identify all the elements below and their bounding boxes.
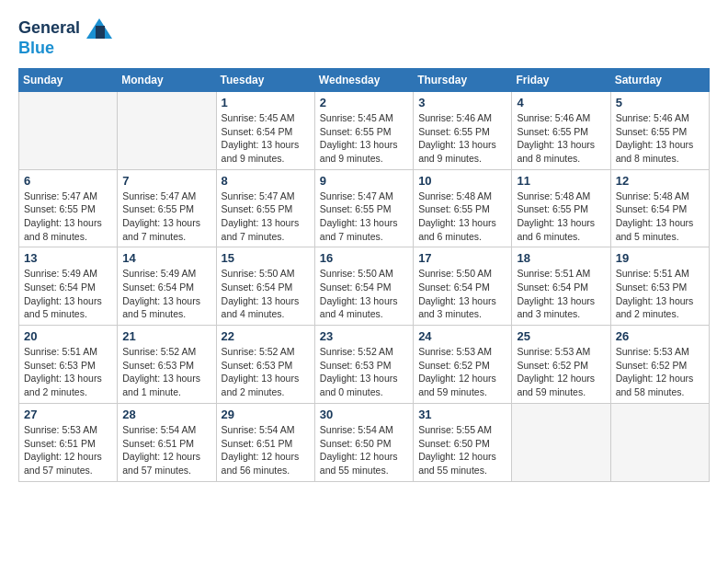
day-number: 20 [24,329,112,343]
day-info: Sunrise: 5:51 AMSunset: 6:53 PMDaylight:… [24,345,112,399]
day-number: 9 [320,174,408,188]
calendar-cell: 12Sunrise: 5:48 AMSunset: 6:54 PMDayligh… [610,169,709,247]
calendar-cell: 26Sunrise: 5:53 AMSunset: 6:52 PMDayligh… [610,326,709,404]
day-number: 15 [222,251,310,265]
day-info: Sunrise: 5:55 AMSunset: 6:50 PMDaylight:… [418,423,506,477]
day-number: 29 [222,408,310,421]
calendar-cell: 28Sunrise: 5:54 AMSunset: 6:51 PMDayligh… [118,403,216,481]
calendar-week-2: 6Sunrise: 5:47 AMSunset: 6:55 PMDaylight… [19,169,710,247]
page-header: General Blue [18,18,710,59]
day-info: Sunrise: 5:46 AMSunset: 6:55 PMDaylight:… [418,111,506,166]
calendar-cell: 4Sunrise: 5:46 AMSunset: 6:55 PMDaylight… [512,91,610,169]
day-info: Sunrise: 5:46 AMSunset: 6:55 PMDaylight:… [517,111,605,166]
logo-blue: Blue [18,39,112,59]
calendar-table: SundayMondayTuesdayWednesdayThursdayFrid… [18,68,710,482]
day-info: Sunrise: 5:45 AMSunset: 6:55 PMDaylight:… [320,111,408,166]
day-number: 23 [320,329,408,343]
day-info: Sunrise: 5:49 AMSunset: 6:54 PMDaylight:… [24,267,112,321]
calendar-cell: 25Sunrise: 5:53 AMSunset: 6:52 PMDayligh… [512,326,610,404]
calendar-cell: 29Sunrise: 5:54 AMSunset: 6:51 PMDayligh… [216,403,314,481]
calendar-cell: 2Sunrise: 5:45 AMSunset: 6:55 PMDaylight… [314,91,413,169]
day-number: 2 [320,96,408,109]
day-number: 14 [122,251,210,265]
day-number: 28 [122,408,210,421]
calendar-week-5: 27Sunrise: 5:53 AMSunset: 6:51 PMDayligh… [19,403,710,481]
day-number: 3 [418,96,506,109]
day-info: Sunrise: 5:50 AMSunset: 6:54 PMDaylight:… [418,267,506,321]
calendar-cell: 7Sunrise: 5:47 AMSunset: 6:55 PMDaylight… [118,169,216,247]
calendar-cell: 21Sunrise: 5:52 AMSunset: 6:53 PMDayligh… [118,326,216,404]
calendar-week-3: 13Sunrise: 5:49 AMSunset: 6:54 PMDayligh… [19,247,710,326]
day-info: Sunrise: 5:47 AMSunset: 6:55 PMDaylight:… [24,190,112,244]
calendar-cell [118,91,216,169]
day-number: 24 [418,329,506,343]
day-info: Sunrise: 5:54 AMSunset: 6:51 PMDaylight:… [122,423,210,477]
calendar-cell [610,403,709,481]
day-number: 7 [122,174,210,188]
calendar-cell: 30Sunrise: 5:54 AMSunset: 6:50 PMDayligh… [314,403,413,481]
calendar-week-4: 20Sunrise: 5:51 AMSunset: 6:53 PMDayligh… [19,326,710,404]
day-number: 25 [517,329,605,343]
calendar-cell: 22Sunrise: 5:52 AMSunset: 6:53 PMDayligh… [216,326,314,404]
calendar-cell: 23Sunrise: 5:52 AMSunset: 6:53 PMDayligh… [314,326,413,404]
calendar-week-1: 1Sunrise: 5:45 AMSunset: 6:54 PMDaylight… [19,91,710,169]
calendar-cell: 5Sunrise: 5:46 AMSunset: 6:55 PMDaylight… [610,91,709,169]
day-number: 21 [122,329,210,343]
calendar-cell [19,91,118,169]
day-info: Sunrise: 5:52 AMSunset: 6:53 PMDaylight:… [320,345,408,399]
day-info: Sunrise: 5:52 AMSunset: 6:53 PMDaylight:… [122,345,210,399]
calendar-cell: 16Sunrise: 5:50 AMSunset: 6:54 PMDayligh… [314,247,413,326]
svg-marker-1 [96,26,105,39]
day-info: Sunrise: 5:53 AMSunset: 6:52 PMDaylight:… [517,345,605,399]
day-info: Sunrise: 5:53 AMSunset: 6:51 PMDaylight:… [24,423,112,477]
day-number: 18 [517,251,605,265]
day-info: Sunrise: 5:51 AMSunset: 6:53 PMDaylight:… [616,267,704,321]
day-info: Sunrise: 5:47 AMSunset: 6:55 PMDaylight:… [222,190,310,244]
day-info: Sunrise: 5:48 AMSunset: 6:54 PMDaylight:… [616,190,704,244]
day-info: Sunrise: 5:45 AMSunset: 6:54 PMDaylight:… [222,111,310,166]
calendar-cell: 15Sunrise: 5:50 AMSunset: 6:54 PMDayligh… [216,247,314,326]
day-number: 12 [616,174,704,188]
day-number: 17 [418,251,506,265]
col-header-wednesday: Wednesday [314,68,413,91]
day-info: Sunrise: 5:47 AMSunset: 6:55 PMDaylight:… [122,190,210,244]
day-info: Sunrise: 5:52 AMSunset: 6:53 PMDaylight:… [222,345,310,399]
day-info: Sunrise: 5:47 AMSunset: 6:55 PMDaylight:… [320,190,408,244]
calendar-cell: 6Sunrise: 5:47 AMSunset: 6:55 PMDaylight… [19,169,118,247]
calendar-cell: 18Sunrise: 5:51 AMSunset: 6:54 PMDayligh… [512,247,610,326]
day-number: 30 [320,408,408,421]
day-number: 6 [24,174,112,188]
calendar-cell: 20Sunrise: 5:51 AMSunset: 6:53 PMDayligh… [19,326,118,404]
calendar-cell: 14Sunrise: 5:49 AMSunset: 6:54 PMDayligh… [118,247,216,326]
calendar-cell: 17Sunrise: 5:50 AMSunset: 6:54 PMDayligh… [414,247,512,326]
calendar-cell: 3Sunrise: 5:46 AMSunset: 6:55 PMDaylight… [414,91,512,169]
day-number: 1 [222,96,310,109]
calendar-cell: 13Sunrise: 5:49 AMSunset: 6:54 PMDayligh… [19,247,118,326]
day-number: 13 [24,251,112,265]
day-number: 4 [517,96,605,109]
calendar-cell: 27Sunrise: 5:53 AMSunset: 6:51 PMDayligh… [19,403,118,481]
day-number: 16 [320,251,408,265]
day-info: Sunrise: 5:53 AMSunset: 6:52 PMDaylight:… [418,345,506,399]
day-info: Sunrise: 5:50 AMSunset: 6:54 PMDaylight:… [320,267,408,321]
day-info: Sunrise: 5:48 AMSunset: 6:55 PMDaylight:… [517,190,605,244]
col-header-tuesday: Tuesday [216,68,314,91]
day-number: 19 [616,251,704,265]
day-number: 8 [222,174,310,188]
day-number: 31 [418,408,506,421]
logo: General Blue [18,18,112,59]
calendar-cell [512,403,610,481]
col-header-saturday: Saturday [610,68,709,91]
logo-text: General [18,18,112,39]
calendar-cell: 1Sunrise: 5:45 AMSunset: 6:54 PMDaylight… [216,91,314,169]
col-header-monday: Monday [118,68,216,91]
calendar-cell: 24Sunrise: 5:53 AMSunset: 6:52 PMDayligh… [414,326,512,404]
day-number: 22 [222,329,310,343]
day-info: Sunrise: 5:54 AMSunset: 6:51 PMDaylight:… [222,423,310,477]
calendar-cell: 19Sunrise: 5:51 AMSunset: 6:53 PMDayligh… [610,247,709,326]
day-info: Sunrise: 5:51 AMSunset: 6:54 PMDaylight:… [517,267,605,321]
day-number: 10 [418,174,506,188]
calendar-header-row: SundayMondayTuesdayWednesdayThursdayFrid… [19,68,710,91]
day-number: 27 [24,408,112,421]
calendar-cell: 8Sunrise: 5:47 AMSunset: 6:55 PMDaylight… [216,169,314,247]
